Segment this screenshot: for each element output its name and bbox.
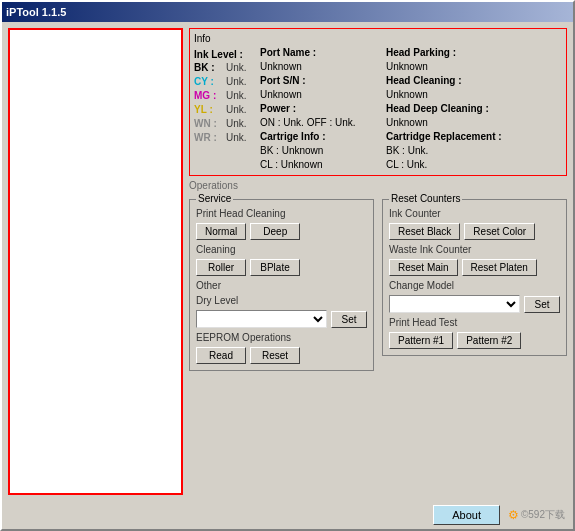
operations-area: Operations Service Print Head Cleaning N… <box>189 180 567 371</box>
service-group: Service Print Head Cleaning Normal Deep … <box>189 199 374 371</box>
ops-area: Service Print Head Cleaning Normal Deep … <box>189 193 567 371</box>
head-cleaning-entry: Head Cleaning : <box>386 74 516 87</box>
ink-counter-label: Ink Counter <box>389 208 560 219</box>
ink-yl-row: YL : Unk. <box>194 103 254 117</box>
dry-level-row: Set <box>196 310 367 328</box>
about-button[interactable]: About <box>433 505 500 525</box>
change-model-label: Change Model <box>389 280 560 291</box>
info-box: Info Ink Level : BK : Unk. CY : Un <box>189 28 567 176</box>
eeprom-label: EEPROM Operations <box>196 332 367 343</box>
waste-ink-btns: Reset Main Reset Platen <box>389 259 560 276</box>
ink-cy-row: CY : Unk. <box>194 75 254 89</box>
ink-wn-row: WN : Unk. <box>194 117 254 131</box>
reset-counters-group: Reset Counters Ink Counter Reset Black R… <box>382 199 567 356</box>
power-val: ON : Unk. OFF : Unk. <box>260 116 380 129</box>
set1-button[interactable]: Set <box>331 311 367 328</box>
cleaning-label: Cleaning <box>196 244 367 255</box>
port-name-val: Unknown <box>260 60 380 73</box>
watermark: ⚙ ©592下载 <box>508 508 565 522</box>
ink-bk-row: BK : Unk. <box>194 61 254 75</box>
port-name-entry: Port Name : <box>260 46 380 59</box>
pattern1-button[interactable]: Pattern #1 <box>389 332 453 349</box>
roller-button[interactable]: Roller <box>196 259 246 276</box>
info-col-mid: Port Name : Unknown Port S/N : Unknown P… <box>260 46 380 171</box>
reset-platen-button[interactable]: Reset Platen <box>462 259 537 276</box>
reset-counters-section: Reset Counters Ink Counter Reset Black R… <box>382 193 567 371</box>
window-title: iPTool 1.1.5 <box>6 6 66 18</box>
reset-main-button[interactable]: Reset Main <box>389 259 458 276</box>
reset-counters-label: Reset Counters <box>389 193 462 204</box>
eeprom-btns: Read Reset <box>196 347 367 364</box>
right-panel: Info Ink Level : BK : Unk. CY : Un <box>189 28 567 495</box>
ink-wr-row: WR : Unk. <box>194 131 254 145</box>
left-panel <box>8 28 183 495</box>
cleaning-btns: Roller BPlate <box>196 259 367 276</box>
head-parking-val: Unknown <box>386 60 516 73</box>
pattern2-button[interactable]: Pattern #2 <box>457 332 521 349</box>
cartrige-cl: CL : Unknown <box>260 158 380 171</box>
waste-ink-label: Waste Ink Counter <box>389 244 560 255</box>
cartridge-replacement-cl: CL : Unk. <box>386 158 516 171</box>
ink-area: Ink Level : BK : Unk. CY : Unk. MG : U <box>194 46 254 171</box>
head-cleaning-val: Unknown <box>386 88 516 101</box>
change-model-select[interactable] <box>389 295 520 313</box>
ink-counter-btns: Reset Black Reset Color <box>389 223 560 240</box>
dry-level-select[interactable] <box>196 310 327 328</box>
other-label: Other <box>196 280 367 291</box>
print-head-cleaning-label: Print Head Cleaning <box>196 208 367 219</box>
cartridge-replacement-bk: BK : Unk. <box>386 144 516 157</box>
operations-title: Operations <box>189 180 567 191</box>
read-button[interactable]: Read <box>196 347 246 364</box>
info-title: Info <box>194 33 562 44</box>
print-head-test-label: Print Head Test <box>389 317 560 328</box>
cartridge-replacement-entry: Cartridge Replacement : <box>386 130 516 143</box>
main-window: iPTool 1.1.5 Info Ink Level : BK : Unk <box>0 0 575 531</box>
cartrige-entry: Cartrige Info : <box>260 130 380 143</box>
service-label: Service <box>196 193 233 204</box>
set2-button[interactable]: Set <box>524 296 560 313</box>
ink-mg-row: MG : Unk. <box>194 89 254 103</box>
reset-button[interactable]: Reset <box>250 347 300 364</box>
bplate-button[interactable]: BPlate <box>250 259 300 276</box>
print-head-test-btns: Pattern #1 Pattern #2 <box>389 332 560 349</box>
head-deep-val: Unknown <box>386 116 516 129</box>
service-section: Service Print Head Cleaning Normal Deep … <box>189 193 374 371</box>
head-deep-entry: Head Deep Cleaning : <box>386 102 516 115</box>
port-sn-val: Unknown <box>260 88 380 101</box>
cartrige-bk: BK : Unknown <box>260 144 380 157</box>
reset-black-button[interactable]: Reset Black <box>389 223 460 240</box>
footer: About ⚙ ©592下载 <box>2 501 573 529</box>
ink-level-label: Ink Level : <box>194 48 254 61</box>
print-head-cleaning-btns: Normal Deep <box>196 223 367 240</box>
power-entry: Power : <box>260 102 380 115</box>
reset-color-button[interactable]: Reset Color <box>464 223 535 240</box>
change-model-row: Set <box>389 295 560 313</box>
head-parking-entry: Head Parking : <box>386 46 516 59</box>
dry-level-label: Dry Level <box>196 295 367 306</box>
info-col-right: Head Parking : Unknown Head Cleaning : U… <box>386 46 516 171</box>
deep-button[interactable]: Deep <box>250 223 300 240</box>
normal-button[interactable]: Normal <box>196 223 246 240</box>
port-sn-entry: Port S/N : <box>260 74 380 87</box>
title-bar: iPTool 1.1.5 <box>2 2 573 22</box>
